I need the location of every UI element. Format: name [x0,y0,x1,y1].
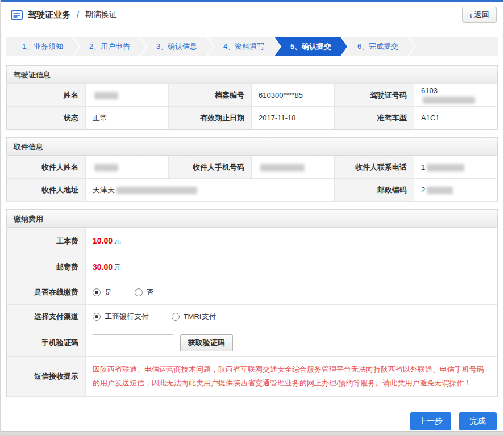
channel-option-icbc[interactable]: 工商银行支付 [93,312,149,322]
header-title-group: 驾驶证业务 / 期满换证 [11,10,117,20]
recipient-name-label: 收件人姓名 [7,156,86,179]
fees-section: 缴纳费用 工本费 10.00元 邮寄费 30.00元 是否在线缴费 是 否 选择… [6,209,498,397]
online-pay-option-no[interactable]: 否 [135,287,154,297]
status-label: 状态 [7,107,86,129]
postal-prefix: 2 [421,186,425,194]
address-value: 天津天 [86,179,335,202]
license-section-title: 驾驶证信息 [7,66,497,83]
online-pay-label: 是否在线缴费 [7,280,86,305]
table-row: 手机验证码 获取验证码 [7,329,497,357]
license-info-table: 姓名 档案编号 610300****85 驾驶证号码 6103 状态 正常 有效… [7,83,497,129]
footer-actions: 上一步 完成 [7,412,497,430]
back-button[interactable]: ‹ 返回 [462,7,497,23]
step-nav: 1、业务须知 2、用户申告 3、确认信息 4、资料填写 5、确认提交 6、完成提… [6,37,498,56]
fees-section-title: 缴纳费用 [7,210,497,228]
pickup-info-section: 取件信息 收件人姓名 收件人手机号码 收件人联系电话 1 收件人地址 天津天 邮… [6,137,498,202]
pickup-info-table: 收件人姓名 收件人手机号码 收件人联系电话 1 收件人地址 天津天 邮政编码 2 [7,156,497,202]
step-label: 2、用户申告 [89,41,130,52]
valid-until-value: 2017-11-18 [252,107,335,129]
recipient-phone-value: 1 [414,156,497,179]
redacted-recipient-phone [427,164,464,171]
header: 驾驶证业务 / 期满换证 ‹ 返回 [1,2,503,28]
table-row: 邮寄费 30.00元 [7,254,497,280]
redacted-postal [427,187,453,194]
step-label: 5、确认提交 [290,41,331,52]
chevron-left-icon: ‹ [469,11,472,19]
title-separator: / [77,10,79,19]
step-fill-data: 4、资料填写 [207,37,280,56]
recipient-phone-prefix: 1 [421,163,425,171]
option-label: 否 [147,287,154,297]
finish-button[interactable]: 完成 [459,412,497,430]
online-pay-option-yes[interactable]: 是 [93,287,112,297]
radio-icon [93,288,101,296]
get-code-button[interactable]: 获取验证码 [180,334,233,351]
option-label: TMRI支付 [184,312,216,322]
name-label: 姓名 [7,84,86,107]
status-value: 正常 [86,107,169,129]
channel-options: 工商银行支付 TMRI支付 [86,305,497,329]
step-complete-submit: 6、完成提交 [341,37,414,56]
recipient-phone-label: 收件人联系电话 [335,156,414,179]
step-label: 4、资料填写 [223,41,264,52]
postage-fee-value: 30.00元 [86,254,497,280]
page: 驾驶证业务 / 期满换证 ‹ 返回 1、业务须知 2、用户申告 3、确认信息 4… [0,0,504,436]
production-fee-amount: 10.00 [93,236,113,245]
valid-until-label: 有效期止日期 [169,107,252,129]
step-confirm-info: 3、确认信息 [140,37,213,56]
table-row: 状态 正常 有效期止日期 2017-11-18 准驾车型 A1C1 [7,107,497,129]
vehicle-class-label: 准驾车型 [335,107,414,129]
prev-step-button[interactable]: 上一步 [410,412,451,430]
redacted-recipient-name [94,164,118,171]
option-label: 是 [105,287,112,297]
table-row: 选择支付渠道 工商银行支付 TMRI支付 [7,305,497,329]
vehicle-class-value: A1C1 [414,107,497,129]
radio-icon [135,288,143,296]
sms-notice-text: 因陕西省联通、电信运营商技术问题，陕西省互联网交通安全综合服务管理平台无法向持陕… [93,363,490,390]
table-row: 姓名 档案编号 610300****85 驾驶证号码 6103 [7,84,497,107]
license-info-section: 驾驶证信息 姓名 档案编号 610300****85 驾驶证号码 6103 状态… [6,65,498,130]
name-value [86,84,169,107]
table-row: 收件人姓名 收件人手机号码 收件人联系电话 1 [7,156,497,179]
channel-option-tmri[interactable]: TMRI支付 [172,312,216,322]
option-label: 工商银行支付 [105,312,149,322]
step-label: 3、确认信息 [156,41,197,52]
table-row: 收件人地址 天津天 邮政编码 2 [7,179,497,202]
production-fee-value: 10.00元 [86,228,497,254]
bottom-strip [1,431,503,435]
sms-code-cell: 获取验证码 [86,329,497,357]
table-row: 工本费 10.00元 [7,228,497,254]
license-no-label: 驾驶证号码 [335,84,414,107]
table-row: 是否在线缴费 是 否 [7,280,497,305]
sms-notice-label: 短信接收提示 [7,357,86,397]
sms-notice-cell: 因陕西省联通、电信运营商技术问题，陕西省互联网交通安全综合服务管理平台无法向持陕… [86,357,497,397]
license-no-value: 6103 [414,84,497,107]
postage-fee-unit: 元 [114,263,121,271]
recipient-mobile-label: 收件人手机号码 [169,156,252,179]
step-business-notice: 1、业务须知 [6,37,79,56]
redacted-recipient-mobile [260,164,305,171]
license-no-prefix: 6103 [421,86,438,95]
step-label: 6、完成提交 [357,41,398,52]
page-title: 驾驶证业务 [28,10,70,20]
production-fee-unit: 元 [114,237,121,245]
postage-fee-label: 邮寄费 [7,254,86,280]
postal-value: 2 [414,179,497,202]
fees-table: 工本费 10.00元 邮寄费 30.00元 是否在线缴费 是 否 选择支付渠道 … [7,228,497,397]
channel-label: 选择支付渠道 [7,305,86,329]
sms-code-input[interactable] [93,334,173,351]
production-fee-label: 工本费 [7,228,86,254]
pickup-section-title: 取件信息 [7,138,497,156]
step-user-declaration: 2、用户申告 [73,37,146,56]
page-subtitle: 期满换证 [85,10,117,20]
business-list-icon [11,10,23,20]
radio-icon [93,313,101,321]
online-pay-options: 是 否 [86,280,497,305]
step-nav-filler [409,37,498,56]
radio-icon [172,313,180,321]
recipient-mobile-value [252,156,335,179]
postage-fee-amount: 30.00 [93,262,113,271]
recipient-name-value [86,156,169,179]
postal-label: 邮政编码 [335,179,414,202]
back-label: 返回 [474,10,489,20]
